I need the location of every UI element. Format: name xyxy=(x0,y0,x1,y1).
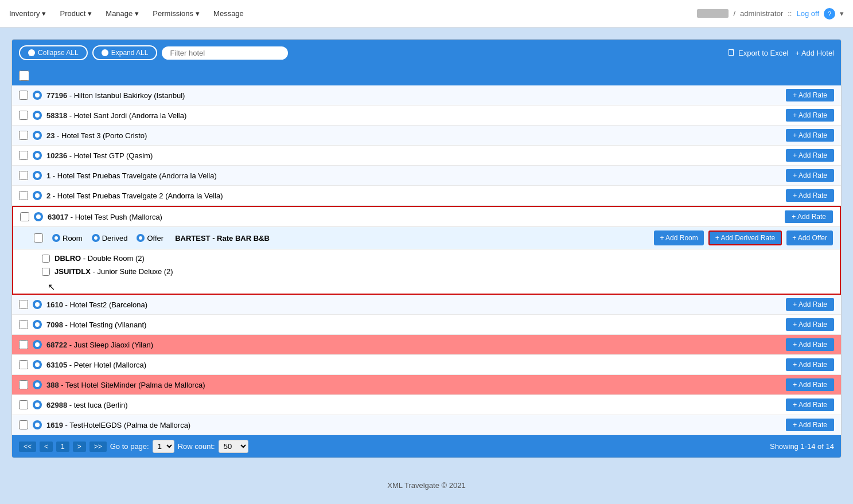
nav-inventory[interactable]: Inventory ▾ xyxy=(9,7,46,20)
hotel-name: 58318 - Hotel Sant Jordi (Andorra la Vel… xyxy=(46,111,786,120)
add-rate-button[interactable]: + Add Rate xyxy=(786,169,834,182)
nav-manage[interactable]: Manage ▾ xyxy=(106,7,139,20)
hotel-checkbox[interactable] xyxy=(19,111,28,120)
room-tab[interactable]: Room xyxy=(52,234,83,243)
nav-product[interactable]: Product ▾ xyxy=(60,7,92,20)
select-all-checkbox[interactable] xyxy=(19,71,29,81)
hotel-checkbox[interactable] xyxy=(19,171,28,180)
hotel-checkbox[interactable] xyxy=(19,151,28,160)
showing-text: Showing 1-14 of 14 xyxy=(770,442,834,451)
hotel-checkbox[interactable] xyxy=(19,360,28,369)
add-rate-button[interactable]: + Add Rate xyxy=(786,378,834,391)
expand-all-label: Expand ALL xyxy=(111,49,149,57)
filter-hotel-input[interactable] xyxy=(162,46,288,60)
add-rate-button[interactable]: + Add Rate xyxy=(785,210,833,223)
rate-desc: - Rate BAR B&B xyxy=(212,234,270,243)
hotel-checkbox[interactable] xyxy=(19,380,28,389)
hotel-row: 23 - Hotel Test 3 (Porto Cristo) + Add R… xyxy=(12,126,841,146)
hotel-name: 63105 - Peter Hotel (Mallorca) xyxy=(46,361,786,369)
expanded-section: 63017 - Hotel Test Push (Mallorca) + Add… xyxy=(12,206,841,295)
hotel-row: 1610 - Hotel Test2 (Barcelona) + Add Rat… xyxy=(12,295,841,315)
status-icon xyxy=(33,111,42,120)
hotel-checkbox[interactable] xyxy=(19,320,28,329)
page-number-button[interactable]: 1 xyxy=(56,442,69,452)
row-count-select[interactable]: 50 100 200 xyxy=(219,440,248,453)
hotel-checkbox[interactable] xyxy=(19,340,28,349)
nav-inventory-arrow: ▾ xyxy=(42,9,46,18)
room-checkbox[interactable] xyxy=(42,268,50,276)
top-nav: Inventory ▾ Product ▾ Manage ▾ Permissio… xyxy=(0,0,853,28)
hotel-checkbox[interactable] xyxy=(19,420,28,429)
nav-manage-arrow: ▾ xyxy=(135,9,139,18)
room-row: JSUITDLX - Junior Suite Deluxe (2) xyxy=(42,265,833,278)
first-page-button[interactable]: << xyxy=(19,442,36,452)
hotel-name: 63017 - Hotel Test Push (Mallorca) xyxy=(48,213,785,221)
nav-inventory-label: Inventory xyxy=(9,9,40,18)
add-room-button[interactable]: + Add Room xyxy=(654,230,703,245)
hotel-name: 62988 - test luca (Berlin) xyxy=(46,401,786,409)
collapse-all-button[interactable]: Collapse ALL xyxy=(19,45,88,60)
hotels-after: 1610 - Hotel Test2 (Barcelona) + Add Rat… xyxy=(12,295,841,435)
add-rate-button[interactable]: + Add Rate xyxy=(786,398,834,411)
hotel-name: 388 - Test Hotel SiteMinder (Palma de Ma… xyxy=(46,381,786,389)
add-rate-button[interactable]: + Add Rate xyxy=(786,358,834,371)
hotel-row: 7098 - Hotel Testing (Vilanant) + Add Ra… xyxy=(12,315,841,335)
export-excel-button[interactable]: 🗒 Export to Excel xyxy=(727,48,788,58)
last-page-button[interactable]: >> xyxy=(89,442,107,452)
add-rate-button[interactable]: + Add Rate xyxy=(786,318,834,331)
hotel-name: 23 - Hotel Test 3 (Porto Cristo) xyxy=(46,131,786,140)
nav-right: ██████ / administrator :: Log off ? ▾ xyxy=(697,8,844,19)
nav-user-blurred: ██████ xyxy=(697,9,729,18)
status-icon xyxy=(33,300,42,309)
offer-tab[interactable]: Offer xyxy=(137,234,163,243)
derived-tab[interactable]: Derived xyxy=(92,234,128,243)
collapse-circle-icon xyxy=(28,49,35,56)
add-rate-button[interactable]: + Add Rate xyxy=(786,149,834,162)
hotel-row-highlighted: 68722 - Just Sleep Jiaoxi (Yilan) + Add … xyxy=(12,335,841,355)
add-rate-button[interactable]: + Add Rate xyxy=(786,338,834,351)
expand-all-button[interactable]: Expand ALL xyxy=(92,45,158,60)
add-rate-button[interactable]: + Add Rate xyxy=(786,298,834,311)
status-icon xyxy=(33,420,42,429)
footer-text: XML Travelgate © 2021 xyxy=(387,481,465,490)
hotel-name: 2 - Hotel Test Pruebas Travelgate 2 (And… xyxy=(46,192,786,200)
nav-message[interactable]: Message xyxy=(213,7,244,20)
nav-left: Inventory ▾ Product ▾ Manage ▾ Permissio… xyxy=(9,7,244,20)
room-name: JSUITDLX - Junior Suite Deluxe (2) xyxy=(54,267,173,276)
status-icon xyxy=(33,380,42,389)
page-select[interactable]: 1 xyxy=(153,440,174,453)
nav-help-button[interactable]: ? xyxy=(824,8,835,19)
prev-page-button[interactable]: < xyxy=(40,442,53,452)
hotel-checkbox[interactable] xyxy=(19,91,28,100)
room-tab-icon xyxy=(52,234,60,242)
add-rate-button[interactable]: + Add Rate xyxy=(786,89,834,101)
add-offer-button[interactable]: + Add Offer xyxy=(786,230,833,245)
toolbar: Collapse ALL Expand ALL 🗒 Export to Exce… xyxy=(12,40,841,66)
nav-separator2: :: xyxy=(788,9,792,18)
add-rate-button[interactable]: + Add Rate xyxy=(786,189,834,202)
cursor-area: ↖ xyxy=(13,280,840,294)
hotel-checkbox[interactable] xyxy=(19,191,28,200)
room-checkbox[interactable] xyxy=(42,255,50,263)
status-icon xyxy=(33,340,42,349)
sub-checkbox[interactable] xyxy=(34,233,43,243)
nav-logoff[interactable]: Log off xyxy=(796,9,819,18)
hotel-checkbox[interactable] xyxy=(19,300,28,309)
add-rate-button[interactable]: + Add Rate xyxy=(786,419,834,431)
next-page-button[interactable]: > xyxy=(73,442,86,452)
add-derived-rate-button[interactable]: + Add Derived Rate xyxy=(708,230,782,245)
offer-tab-icon xyxy=(137,234,145,242)
add-rate-button[interactable]: + Add Rate xyxy=(786,109,834,122)
nav-help-arrow[interactable]: ▾ xyxy=(840,9,844,18)
hotel-checkbox[interactable] xyxy=(19,400,28,409)
status-icon xyxy=(33,191,42,200)
hotel-checkbox[interactable] xyxy=(20,212,29,221)
add-hotel-button[interactable]: + Add Hotel xyxy=(795,49,834,57)
add-hotel-label: + Add Hotel xyxy=(795,49,834,57)
hotel-row: 1 - Hotel Test Pruebas Travelgate (Andor… xyxy=(12,166,841,186)
hotel-name: 68722 - Just Sleep Jiaoxi (Yilan) xyxy=(46,341,786,349)
expanded-hotel-row: 63017 - Hotel Test Push (Mallorca) + Add… xyxy=(13,207,840,227)
add-rate-button[interactable]: + Add Rate xyxy=(786,129,834,142)
hotel-checkbox[interactable] xyxy=(19,131,28,140)
nav-permissions[interactable]: Permissions ▾ xyxy=(153,7,200,20)
